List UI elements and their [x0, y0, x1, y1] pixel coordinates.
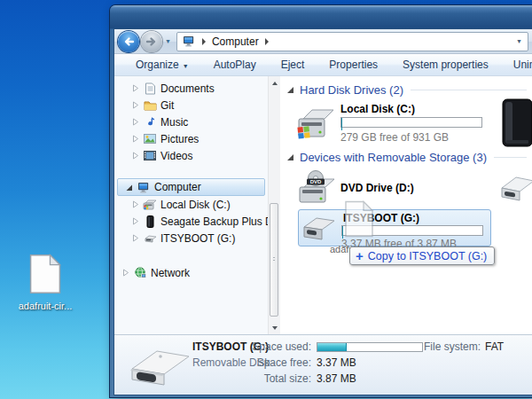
file-system-value: FAT [485, 340, 504, 353]
details-pane: ITSYBOOT (G:) Removable Disk Space used:… [114, 334, 532, 395]
network-icon [132, 267, 148, 278]
drive-tile-local-disk[interactable]: Local Disk (C:) 279 GB free of 931 GB [296, 103, 502, 147]
space-free-value: 3.37 MB [317, 356, 356, 369]
desktop-file-adafruit[interactable]: adafruit-cir... [12, 254, 78, 311]
address-dropdown-icon[interactable]: ▼ [516, 38, 522, 44]
organize-caret-icon: ▼ [183, 63, 189, 69]
sidebar-item-videos[interactable]: Videos [114, 147, 268, 164]
computer-icon [183, 35, 196, 47]
external-drive-icon [142, 215, 158, 228]
file-system-label: File system: [424, 340, 481, 353]
removable-drive-icon [142, 234, 158, 243]
breadcrumb-separator[interactable] [265, 38, 269, 45]
organize-button[interactable]: Organize▼ [123, 56, 201, 74]
collapsed-expander-icon[interactable] [120, 269, 132, 277]
properties-button[interactable]: Properties [317, 56, 390, 74]
scroll-up-button[interactable] [269, 76, 280, 90]
group-title: Devices with Removable Storage (3) [300, 151, 487, 164]
collapsed-expander-icon[interactable] [129, 152, 142, 160]
sidebar-item-seagate[interactable]: Seagate Backup Plus Drive [114, 213, 268, 230]
drag-copy-tooltip: + Copy to ITSYBOOT (G:) [349, 246, 495, 265]
group-collapse-icon[interactable] [287, 87, 293, 93]
address-bar[interactable]: Computer ▼ [176, 32, 528, 51]
sidebar-label: Computer [154, 181, 201, 193]
drive-name: DVD Drive (D:) [340, 182, 414, 194]
group-header-rule [494, 157, 527, 158]
drive-tile-itsyboot[interactable]: ITSYBOOT (G:) 3.37 MB free of 3.87 MB [298, 209, 491, 246]
removable-drive-icon-2[interactable] [497, 174, 532, 206]
videos-icon [142, 151, 158, 160]
forward-button[interactable] [141, 31, 162, 52]
total-size-label: Total size: [239, 372, 311, 385]
scroll-down-button[interactable] [269, 321, 280, 334]
documents-icon [142, 82, 158, 95]
collapsed-expander-icon[interactable] [129, 217, 142, 225]
capacity-bar-fill [342, 226, 343, 239]
back-button[interactable] [118, 31, 139, 52]
sidebar-item-music[interactable]: Music [114, 113, 268, 130]
scrollbar-grip [273, 257, 275, 262]
sidebar-item-local-disk[interactable]: Local Disk (C:) [114, 196, 268, 213]
sidebar-item-computer[interactable]: Computer [117, 178, 265, 196]
scrollbar-thumb[interactable] [270, 203, 278, 317]
sidebar-label: Local Disk (C:) [160, 199, 231, 211]
space-free-label: Space free: [239, 356, 311, 369]
eject-button[interactable]: Eject [269, 56, 317, 74]
sidebar-item-documents[interactable]: Documents [114, 80, 268, 97]
seagate-drive-icon[interactable] [500, 98, 532, 149]
space-used-bar [317, 342, 423, 352]
collapsed-expander-icon[interactable] [129, 101, 142, 109]
collapsed-expander-icon[interactable] [129, 135, 142, 143]
command-toolbar: Organize▼ AutoPlay Eject Properties Syst… [114, 54, 532, 76]
collapsed-expander-icon[interactable] [129, 118, 142, 126]
drive-free-space: 279 GB free of 931 GB [340, 131, 449, 144]
copy-plus-icon: + [356, 248, 364, 263]
expanded-expander-icon[interactable] [123, 184, 136, 192]
sidebar-item-network[interactable]: Network [114, 264, 268, 281]
sidebar-item-pictures[interactable]: Pictures [114, 130, 268, 147]
breadcrumb-separator [202, 38, 206, 45]
navigation-bar: ▼ Computer ▼ [114, 29, 532, 54]
sidebar-label: Git [160, 99, 174, 112]
group-header-rule [411, 90, 527, 90]
group-header-removable[interactable]: Devices with Removable Storage (3) [287, 151, 527, 164]
drive-tile-dvd[interactable]: DVD DVD Drive (D:) [296, 170, 502, 207]
group-header-hard-disks[interactable]: Hard Disk Drives (2) [287, 83, 527, 97]
document-file-icon [28, 254, 62, 294]
drive-list-panel: Hard Disk Drives (2) [280, 76, 532, 334]
sidebar-label: Seagate Backup Plus Drive [160, 215, 268, 228]
space-used-label: Space used: [239, 340, 311, 353]
sidebar-scrollbar[interactable] [268, 76, 280, 334]
music-icon [142, 116, 158, 128]
tooltip-text: Copy to ITSYBOOT (G:) [368, 250, 488, 262]
recent-pages-chevron[interactable]: ▼ [165, 38, 171, 44]
group-title: Hard Disk Drives (2) [300, 83, 403, 97]
collapsed-expander-icon[interactable] [129, 200, 142, 208]
space-used-bar-fill [317, 343, 347, 351]
sidebar-label: ITSYBOOT (G:) [160, 232, 235, 245]
sidebar-label: Pictures [160, 133, 199, 145]
breadcrumb-computer[interactable]: Computer [212, 35, 259, 48]
computer-icon [136, 182, 152, 193]
scroll-up-icon [272, 82, 278, 85]
local-disk-icon [142, 200, 158, 210]
system-properties-button[interactable]: System properties [390, 56, 501, 74]
drag-ghost-file-icon [344, 200, 374, 238]
total-size-value: 3.87 MB [317, 372, 356, 385]
sidebar-item-itsyboot[interactable]: ITSYBOOT (G:) [114, 230, 268, 246]
autoplay-button[interactable]: AutoPlay [201, 56, 269, 74]
collapsed-expander-icon[interactable] [129, 84, 142, 92]
sidebar-item-git[interactable]: Git [114, 97, 268, 113]
file-system-info: File system:FAT [424, 340, 504, 353]
group-collapse-icon[interactable] [287, 154, 293, 160]
capacity-bar-fill [341, 118, 342, 130]
navigation-pane: Documents Git Music [114, 76, 268, 334]
capacity-bar [340, 117, 482, 128]
back-arrow-icon [122, 35, 135, 48]
sidebar-label: Documents [160, 82, 215, 95]
content-area: Documents Git Music [114, 76, 532, 334]
collapsed-expander-icon[interactable] [129, 234, 142, 242]
uninstall-button[interactable]: Uninstall or ch [501, 56, 532, 74]
svg-text:DVD: DVD [310, 179, 322, 184]
drive-name: Local Disk (C:) [340, 103, 415, 115]
